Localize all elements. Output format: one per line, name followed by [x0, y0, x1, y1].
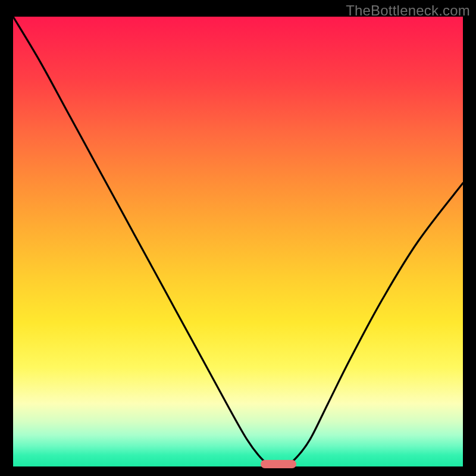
plot-area: [13, 17, 463, 466]
bottleneck-curve-path: [13, 17, 463, 465]
optimal-marker: [261, 460, 296, 468]
watermark-text: TheBottleneck.com: [346, 2, 470, 19]
curve-svg: [13, 17, 463, 466]
chart-frame: TheBottleneck.com: [0, 0, 476, 476]
